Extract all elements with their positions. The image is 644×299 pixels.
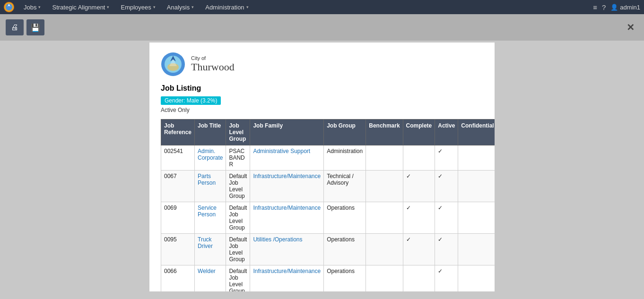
cell-active: ✓ — [435, 145, 458, 171]
nav-administration[interactable]: Administration ▾ — [200, 0, 253, 14]
cell-benchmark — [366, 145, 403, 171]
navbar: Jobs ▾ Strategic Alignment ▾ Employees ▾… — [0, 0, 644, 14]
cell-title[interactable]: Admin. Corporate — [195, 145, 226, 171]
cell-benchmark — [366, 202, 403, 234]
cell-level: PSAC BAND R — [226, 145, 250, 171]
cell-group: Operations — [324, 234, 366, 265]
nav-employees[interactable]: Employees ▾ — [116, 0, 160, 14]
cell-active: ✓ — [435, 202, 458, 234]
toolbar: 🖨 💾 ✕ — [0, 14, 644, 41]
col-header-title: Job Title — [195, 120, 226, 145]
cell-confidential — [458, 171, 495, 202]
col-header-level: Job Level Group — [226, 120, 250, 145]
chevron-down-icon: ▾ — [107, 5, 109, 9]
cell-confidential — [458, 265, 495, 292]
close-icon: ✕ — [627, 22, 635, 33]
cell-ref: 0066 — [161, 265, 195, 292]
cell-family[interactable]: Administrative Support — [250, 145, 324, 171]
content-area: City of Thurwood Job Listing Gender: Mal… — [0, 41, 644, 299]
cell-group: Operations — [324, 265, 366, 292]
cell-title[interactable]: Service Person — [195, 202, 226, 234]
cell-level: Default Job Level Group — [226, 234, 250, 265]
menu-icon[interactable]: ≡ — [593, 3, 597, 11]
cell-ref: 0067 — [161, 171, 195, 202]
cell-confidential — [458, 145, 495, 171]
cell-level: Default Job Level Group — [226, 202, 250, 234]
doc-header: City of Thurwood — [161, 52, 483, 77]
cell-complete: ✓ — [403, 171, 435, 202]
col-header-benchmark: Benchmark — [366, 120, 403, 145]
chevron-down-icon: ▾ — [246, 5, 249, 9]
cell-group: Administration — [324, 145, 366, 171]
cell-benchmark — [366, 171, 403, 202]
nav-analysis[interactable]: Analysis ▾ — [162, 0, 199, 14]
cell-ref: 0069 — [161, 202, 195, 234]
nav-right-section: ≡ ? 👤 admin1 — [593, 3, 640, 11]
document-panel: City of Thurwood Job Listing Gender: Mal… — [149, 43, 495, 291]
nav-jobs[interactable]: Jobs ▾ — [19, 0, 45, 14]
col-header-ref: Job Reference — [161, 120, 195, 145]
cell-confidential — [458, 202, 495, 234]
cell-benchmark — [366, 265, 403, 292]
cell-complete — [403, 145, 435, 171]
cell-ref: 0095 — [161, 234, 195, 265]
chevron-down-icon: ▾ — [153, 5, 156, 9]
col-header-family: Job Family — [250, 120, 324, 145]
table-row: 0069Service PersonDefault Job Level Grou… — [161, 202, 495, 234]
cell-active: ✓ — [435, 265, 458, 292]
cell-complete — [403, 265, 435, 292]
col-header-confidential: Confidential — [458, 120, 495, 145]
cell-complete: ✓ — [403, 234, 435, 265]
cell-family[interactable]: Infrastructure/Maintenance — [250, 202, 324, 234]
user-icon: 👤 — [610, 4, 618, 11]
doc-title: Job Listing — [161, 84, 483, 93]
org-subtitle: City of — [191, 55, 235, 61]
org-name-block: City of Thurwood — [191, 55, 235, 73]
print-button[interactable]: 🖨 — [6, 19, 24, 35]
cell-title[interactable]: Welder — [195, 265, 226, 292]
cell-title[interactable]: Truck Driver — [195, 234, 226, 265]
org-name: Thurwood — [191, 61, 235, 73]
cell-confidential — [458, 234, 495, 265]
filter-text: Active Only — [161, 107, 483, 113]
cell-benchmark — [366, 234, 403, 265]
cell-ref: 002541 — [161, 145, 195, 171]
app-logo — [4, 2, 14, 12]
cell-level: Default Job Level Group — [226, 265, 250, 292]
col-header-group: Job Group — [324, 120, 366, 145]
org-logo — [161, 52, 185, 77]
cell-level: Default Job Level Group — [226, 171, 250, 202]
filter-badge: Gender: Male (3.2%) — [161, 96, 221, 105]
help-icon[interactable]: ? — [602, 3, 606, 11]
table-row: 0095Truck DriverDefault Job Level GroupU… — [161, 234, 495, 265]
save-icon: 💾 — [31, 23, 40, 32]
chevron-down-icon: ▾ — [38, 5, 41, 9]
table-row: 002541Admin. CorporatePSAC BAND RAdminis… — [161, 145, 495, 171]
cell-family[interactable]: Infrastructure/Maintenance — [250, 265, 324, 292]
print-icon: 🖨 — [11, 23, 18, 32]
close-button[interactable]: ✕ — [623, 22, 638, 33]
col-header-complete: Complete — [403, 120, 435, 145]
cell-group: Technical / Advisory — [324, 171, 366, 202]
cell-active: ✓ — [435, 234, 458, 265]
cell-family[interactable]: Infrastructure/Maintenance — [250, 171, 324, 202]
job-table: Job Reference Job Title Job Level Group … — [161, 119, 495, 291]
cell-title[interactable]: Parts Person — [195, 171, 226, 202]
cell-complete: ✓ — [403, 202, 435, 234]
chevron-down-icon: ▾ — [191, 5, 194, 9]
table-row: 0066WelderDefault Job Level GroupInfrast… — [161, 265, 495, 292]
save-button[interactable]: 💾 — [26, 19, 44, 35]
table-header-row: Job Reference Job Title Job Level Group … — [161, 120, 495, 145]
cell-family[interactable]: Utilities /Operations — [250, 234, 324, 265]
user-menu[interactable]: 👤 admin1 — [610, 4, 640, 11]
col-header-active: Active — [435, 120, 458, 145]
cell-active: ✓ — [435, 171, 458, 202]
table-row: 0067Parts PersonDefault Job Level GroupI… — [161, 171, 495, 202]
nav-strategic-alignment[interactable]: Strategic Alignment ▾ — [47, 0, 114, 14]
cell-group: Operations — [324, 202, 366, 234]
